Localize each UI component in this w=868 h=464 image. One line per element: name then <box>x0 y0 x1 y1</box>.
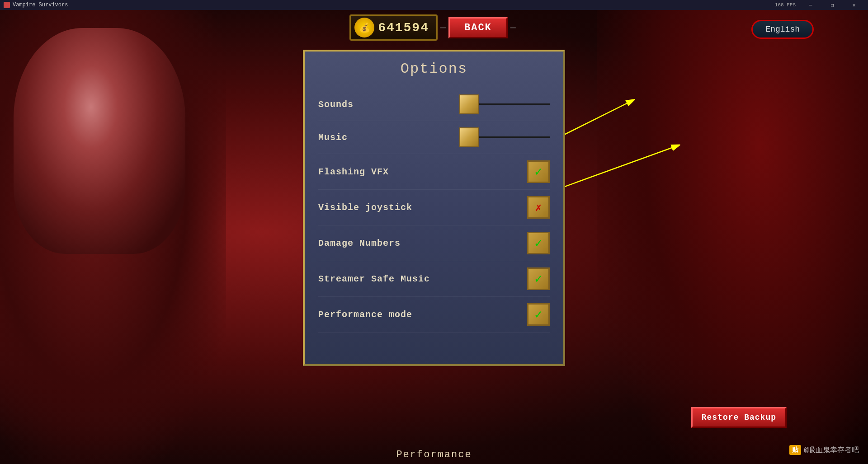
hud-dash-right: — <box>510 23 516 33</box>
sounds-label: Sounds <box>318 99 354 110</box>
visible-joystick-checkbox[interactable]: ✗ <box>527 196 550 219</box>
restore-button[interactable]: ❐ <box>822 0 843 10</box>
flashing-vfx-checkbox[interactable]: ✓ <box>527 160 550 183</box>
minimize-button[interactable]: — <box>800 0 821 10</box>
titlebar: Vampire Survivors 168 FPS — ❐ ✕ <box>0 0 868 10</box>
coin-amount: 641594 <box>378 21 429 35</box>
performance-mode-check-icon: ✓ <box>535 307 542 322</box>
music-slider[interactable] <box>459 127 550 147</box>
app-title: Vampire Survivors <box>13 2 68 8</box>
visible-joystick-cross-icon: ✗ <box>535 201 542 214</box>
restore-backup-button[interactable]: Restore Backup <box>691 407 787 428</box>
fps-counter: 168 FPS <box>775 2 796 8</box>
options-panel: Options Sounds Music Flashing VFX ✓ <box>303 50 565 366</box>
streamer-safe-music-checkbox[interactable]: ✓ <box>527 267 550 290</box>
language-label: English <box>765 25 800 34</box>
damage-numbers-checkbox[interactable]: ✓ <box>527 232 550 254</box>
sounds-slider[interactable] <box>459 94 550 114</box>
performance-mode-label: Performance mode <box>318 309 412 320</box>
titlebar-controls: 168 FPS — ❐ ✕ <box>775 0 864 10</box>
performance-bottom-label: Performance <box>396 449 472 460</box>
damage-numbers-label: Damage Numbers <box>318 238 401 248</box>
options-title: Options <box>318 61 550 77</box>
hud-dash-left: — <box>440 23 446 33</box>
vampire-background <box>0 10 226 464</box>
game-area: 💰 641594 — BACK — English Options Sounds… <box>0 10 868 464</box>
back-button[interactable]: BACK <box>448 17 508 38</box>
app-icon <box>4 2 10 8</box>
language-selector: English <box>751 20 814 39</box>
vampire-face <box>14 28 185 254</box>
music-slider-track <box>479 136 550 138</box>
coin-icon: 💰 <box>354 18 374 37</box>
coin-display: 💰 641594 <box>349 14 438 41</box>
close-button[interactable]: ✕ <box>844 0 864 10</box>
option-row-music: Music <box>318 121 550 154</box>
flashing-vfx-label: Flashing VFX <box>318 167 389 177</box>
titlebar-left: Vampire Survivors <box>4 2 68 8</box>
sounds-slider-thumb[interactable] <box>459 94 479 114</box>
streamer-safe-music-label: Streamer Safe Music <box>318 274 430 284</box>
option-row-performance-mode: Performance mode ✓ <box>318 297 550 333</box>
performance-mode-checkbox[interactable]: ✓ <box>527 303 550 326</box>
option-row-streamer-safe-music: Streamer Safe Music ✓ <box>318 261 550 297</box>
option-row-damage-numbers: Damage Numbers ✓ <box>318 225 550 261</box>
top-hud: 💰 641594 — BACK — <box>0 14 868 41</box>
streamer-safe-music-check-icon: ✓ <box>535 271 542 286</box>
option-row-visible-joystick: Visible joystick ✗ <box>318 190 550 225</box>
music-label: Music <box>318 132 348 143</box>
watermark-text: @吸血鬼幸存者吧 <box>804 445 859 455</box>
damage-numbers-check-icon: ✓ <box>535 235 542 251</box>
watermark-badge: 贴 <box>789 445 801 455</box>
visible-joystick-label: Visible joystick <box>318 202 412 213</box>
language-pill[interactable]: English <box>751 20 814 39</box>
option-row-sounds: Sounds <box>318 88 550 121</box>
watermark: 贴 @吸血鬼幸存者吧 <box>789 445 859 455</box>
music-slider-thumb[interactable] <box>459 127 479 147</box>
right-background <box>597 10 868 464</box>
sounds-slider-track <box>479 103 550 105</box>
option-row-flashing-vfx: Flashing VFX ✓ <box>318 154 550 190</box>
flashing-vfx-check-icon: ✓ <box>535 164 542 179</box>
